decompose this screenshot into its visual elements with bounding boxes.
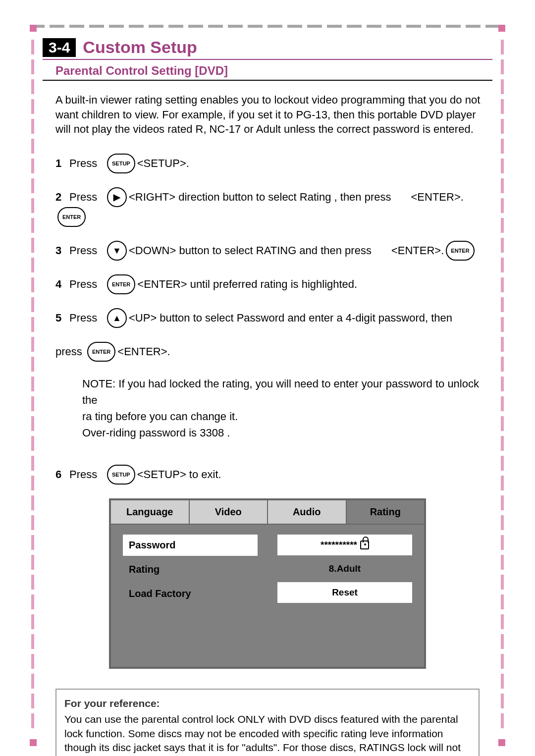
corner-icon [30,739,37,746]
note-block: NOTE: If you had locked the rating, you … [43,376,492,441]
enter-button-icon: ENTER [57,207,86,227]
step-text: <ENTER> until preferred rating is highli… [137,278,357,291]
border-top [30,25,505,28]
step-action: Press [69,157,105,170]
osd-menu: Language Video Audio Rating Password Rat… [109,498,426,669]
step-action: Press [69,244,105,257]
reference-box: For your reference: You can use the pare… [55,689,480,756]
subsection-title: Parental Control Setting [DVD] [43,64,492,81]
up-arrow-button-icon: ▲ [107,308,127,328]
enter-button-icon: ENTER [87,342,115,362]
step-action: Press [69,278,105,291]
step-row: 6 Press SETUP <SETUP> to exit. [55,465,492,485]
section-number-badge: 3-4 [43,38,76,57]
menu-value-password[interactable]: ********** [277,535,412,555]
step-text: <UP> button to select Password and enter… [129,312,452,324]
section-title: Custom Setup [83,38,197,57]
step-number: 3 [55,244,69,257]
step-number: 4 [55,278,69,291]
step-number: 6 [55,468,69,481]
enter-button-icon: ENTER [107,274,135,294]
corner-icon [30,25,37,32]
enter-button-icon: ENTER [446,241,474,261]
down-arrow-button-icon: ▼ [107,241,127,261]
osd-labels-column: Password Rating Load Factory [123,535,258,607]
osd-values-column: ********** 8.Adult Reset [277,535,412,607]
menu-value-reset[interactable]: Reset [277,582,412,603]
reference-body: You can use the parental control lock ON… [64,712,471,756]
steps-list: 1 Press SETUP <SETUP>. 2 Press ▶ <RIGHT>… [43,154,492,328]
step-text: <ENTER>. [117,345,170,358]
setup-button-icon: SETUP [107,154,135,173]
menu-item-rating[interactable]: Rating [123,559,258,580]
step-number: 1 [55,157,69,170]
step-continuation: press ENTER <ENTER>. [43,342,492,362]
step-number: 2 [55,191,69,204]
page: 3-4 Custom Setup Parental Control Settin… [0,0,535,756]
section-title-row: 3-4 Custom Setup [43,38,492,60]
enter-label: <ENTER>. [391,244,444,257]
step-text: <DOWN> button to select RATING and then … [129,244,372,257]
step-action: Press [69,312,105,324]
password-mask: ********** [321,540,357,550]
step-text: <SETUP> to exit. [137,468,221,481]
step-number: 5 [55,312,69,324]
note-line: NOTE: If you had locked the rating, you … [82,376,492,408]
corner-icon [498,25,505,32]
tab-video[interactable]: Video [190,500,268,524]
step-row: 1 Press SETUP <SETUP>. [55,154,492,173]
tab-rating[interactable]: Rating [347,500,425,524]
step-text: <RIGHT> direction button to select Ratin… [129,191,391,204]
setup-button-icon: SETUP [107,465,135,485]
tab-language[interactable]: Language [111,500,190,524]
step-row: 5 Press ▲ <UP> button to select Password… [55,308,492,328]
right-arrow-button-icon: ▶ [107,187,127,207]
note-line: ra ting before you can change it. [82,408,492,425]
enter-label: <ENTER>. [411,191,464,204]
press-label: press [55,345,85,358]
tab-audio[interactable]: Audio [268,500,347,524]
step-row: 3 Press ▼ <DOWN> button to select RATING… [55,241,492,261]
menu-item-password[interactable]: Password [123,535,258,556]
border-left [31,40,34,730]
osd-tabs: Language Video Audio Rating [111,500,424,525]
step-row: 2 Press ▶ <RIGHT> direction button to se… [55,187,492,227]
osd-body: Password Rating Load Factory ********** … [111,525,424,667]
step-row: 4 Press ENTER <ENTER> until preferred ra… [55,274,492,294]
menu-value-rating[interactable]: 8.Adult [277,558,412,579]
intro-paragraph: A built-in viewer rating setting enables… [43,93,492,137]
corner-icon [498,739,505,746]
step-text: <SETUP>. [137,157,189,170]
step-action: Press [69,468,105,481]
note-line: Over-riding password is 3308 . [82,425,492,441]
step-action: Press [69,191,105,204]
lock-icon [360,540,369,549]
border-right [501,40,504,730]
menu-item-load-factory[interactable]: Load Factory [123,583,258,604]
reference-title: For your reference: [64,697,471,710]
